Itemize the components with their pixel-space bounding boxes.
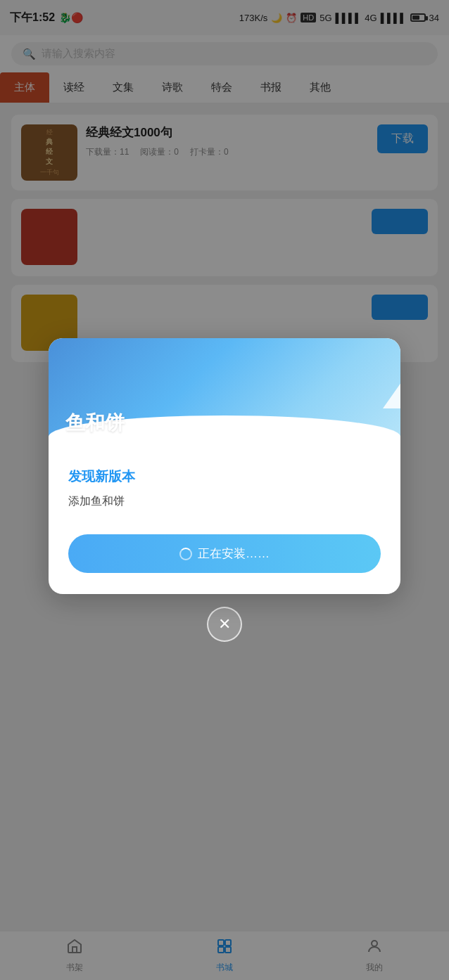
loading-spinner — [179, 548, 192, 560]
modal-close-button[interactable]: ✕ — [207, 607, 242, 642]
update-modal: 鱼和饼 发现新版本 添加鱼和饼 正在安装…… — [49, 338, 400, 594]
modal-subtitle: 发现新版本 — [68, 468, 381, 486]
install-button[interactable]: 正在安装…… — [68, 534, 381, 573]
install-label: 正在安装…… — [198, 546, 270, 562]
modal-app-title: 鱼和饼 — [65, 410, 125, 437]
modal-description: 添加鱼和饼 — [68, 494, 381, 509]
modal-body: 发现新版本 添加鱼和饼 正在安装…… — [49, 451, 400, 594]
svg-marker-0 — [383, 349, 400, 440]
close-icon: ✕ — [218, 615, 231, 633]
modal-header: 鱼和饼 — [49, 338, 400, 451]
modal-overlay: 鱼和饼 发现新版本 添加鱼和饼 正在安装…… ✕ — [0, 0, 449, 980]
